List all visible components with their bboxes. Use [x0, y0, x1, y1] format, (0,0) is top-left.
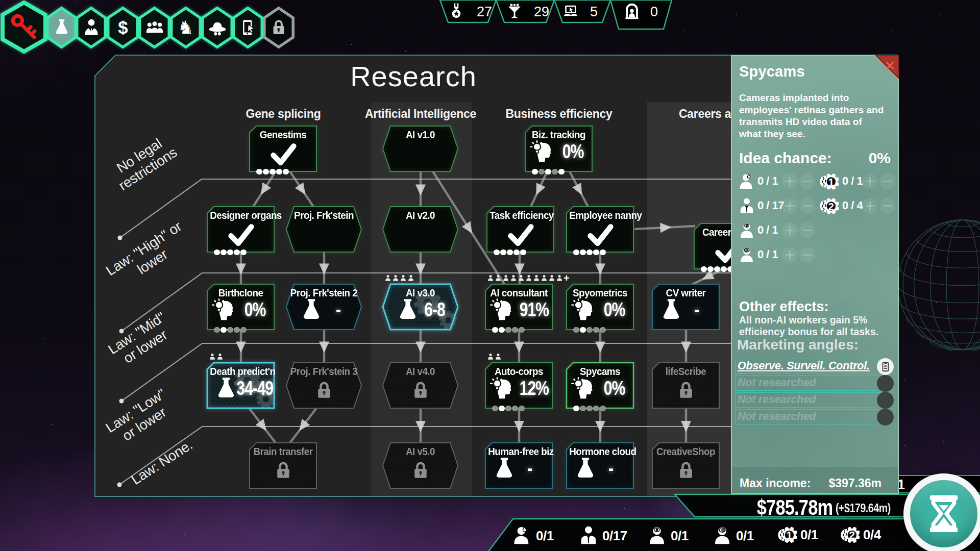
max-income-value: $397.36m	[828, 477, 881, 490]
person-brain-icon	[738, 222, 755, 239]
marketing-angle-row: Not researched	[735, 375, 881, 391]
other-effects-text: All non-AI workers gain 5% efficiency bo…	[739, 314, 892, 338]
add-worker-button[interactable]	[782, 222, 798, 238]
workforce-person-tie-icon: 0/17	[578, 525, 627, 546]
svg-text:2: 2	[828, 201, 835, 212]
remove-worker-button[interactable]	[799, 198, 815, 214]
person-brain-icon	[647, 525, 667, 546]
clipboard-icon	[879, 360, 892, 373]
marketing-angle-badge	[877, 409, 894, 425]
person-brain-filled-icon	[738, 246, 755, 264]
person-brain-filled-icon	[712, 525, 732, 546]
ai-gear-2-icon: 2	[818, 197, 839, 216]
add-worker-button[interactable]	[862, 173, 878, 189]
idea-chance-label: Idea chance:	[739, 149, 832, 167]
money-delta: (+$179.64m)	[836, 502, 891, 515]
person-droplet-icon	[738, 173, 755, 190]
marketing-angle-badge	[877, 392, 894, 409]
person-tie-icon	[578, 525, 599, 546]
ai-gear-1-icon: 1	[818, 172, 839, 191]
workforce-count: 0/1	[800, 527, 818, 543]
marketing-angle-badge[interactable]	[877, 358, 894, 375]
marketing-angle-row[interactable]: Observe. Surveil. Control.	[735, 359, 881, 374]
workforce-ai-gear-1-icon: 1 0/1	[776, 525, 818, 544]
panel-title: Spycams	[739, 63, 805, 80]
ai-gear-2-icon: 2	[839, 525, 860, 544]
person-tie-icon	[738, 197, 755, 215]
marketing-angle-badge	[877, 375, 894, 392]
other-effects-heading: Other effects:	[739, 299, 829, 315]
worker-count: 0 / 1	[757, 248, 778, 261]
ai-gear-1-icon: 1	[776, 525, 797, 544]
svg-text:1: 1	[828, 176, 835, 188]
close-panel-button[interactable]	[875, 55, 899, 79]
ai-gear-2-icon: 2	[818, 197, 839, 216]
person-brain-icon	[647, 525, 667, 546]
workforce-count: 0/1	[536, 528, 554, 544]
remove-worker-button[interactable]	[799, 173, 815, 189]
workforce-count: 0/4	[863, 527, 881, 543]
max-income-label: Max income:	[740, 477, 828, 490]
worker-count: 0 / 17	[757, 199, 784, 212]
person-droplet-icon	[738, 173, 755, 190]
marketing-angle-text: Not researched	[738, 393, 816, 406]
workforce-count: 0/1	[671, 528, 689, 544]
add-worker-button[interactable]	[782, 173, 798, 189]
ai-gear-1-icon: 1	[776, 525, 797, 544]
svg-text:1: 1	[787, 529, 793, 541]
hourglass-icon	[921, 491, 966, 536]
marketing-angle-text: Observe. Surveil. Control.	[738, 360, 870, 372]
workforce-count: 0/17	[602, 528, 627, 544]
worker-count: 0 / 1	[842, 174, 863, 188]
worker-count: 0 / 1	[757, 223, 778, 237]
remove-worker-button[interactable]	[879, 173, 895, 189]
workforce-person-brain-icon: 0/1	[647, 525, 689, 546]
tech-detail-panel: Spycams Cameras implanted into employees…	[731, 55, 899, 494]
add-worker-button[interactable]	[862, 198, 878, 214]
person-brain-filled-icon	[738, 246, 755, 264]
ai-gear-1-icon: 1	[818, 172, 839, 191]
person-droplet-icon	[512, 525, 532, 546]
remove-worker-button[interactable]	[799, 222, 815, 238]
marketing-angle-text: Not researched	[738, 377, 816, 389]
svg-text:2: 2	[849, 529, 855, 541]
workforce-count: 0/1	[736, 528, 754, 544]
workforce-ai-gear-2-icon: 2 0/4	[839, 525, 881, 544]
marketing-angle-row: Not researched	[735, 392, 881, 408]
person-brain-filled-icon	[712, 525, 732, 546]
marketing-angles-heading: Marketing angles:	[737, 337, 859, 353]
person-tie-icon	[578, 525, 599, 546]
worker-count: 0 / 4	[842, 199, 863, 212]
person-droplet-icon	[512, 525, 532, 546]
add-worker-button[interactable]	[782, 247, 798, 263]
end-turn-hourglass-button[interactable]	[903, 473, 980, 551]
person-tie-icon	[738, 197, 755, 215]
workforce-person-brain-filled-icon: 0/1	[712, 525, 754, 546]
remove-worker-button[interactable]	[799, 247, 815, 263]
marketing-angle-row: Not researched	[735, 409, 881, 424]
add-worker-button[interactable]	[782, 198, 798, 214]
panel-description: Cameras implanted into employees' retina…	[739, 92, 884, 140]
person-brain-icon	[738, 222, 755, 239]
idea-chance-value: 0%	[869, 149, 891, 167]
marketing-angle-text: Not researched	[738, 410, 816, 423]
workforce-person-droplet-icon: 0/1	[512, 525, 554, 546]
worker-count: 0 / 1	[757, 174, 778, 188]
ai-gear-2-icon: 2	[839, 525, 860, 544]
remove-worker-button[interactable]	[879, 198, 895, 214]
